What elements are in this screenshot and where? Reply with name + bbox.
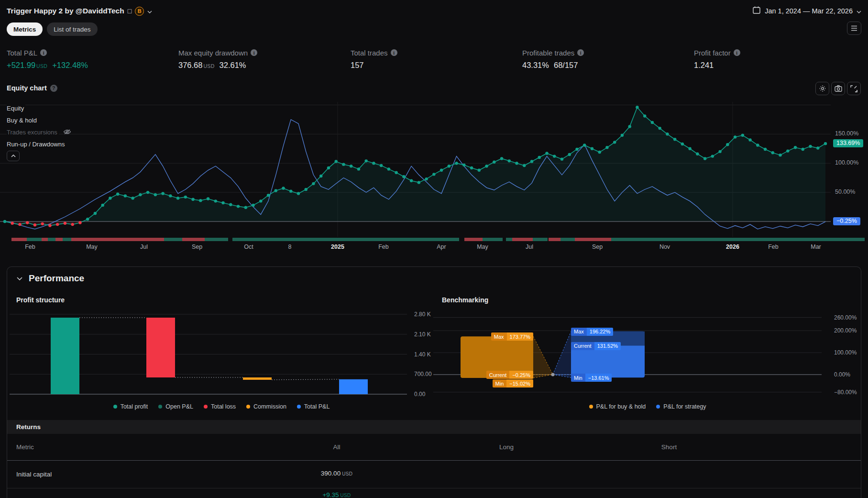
chip-label: Min — [571, 374, 585, 382]
strip-segment-drawdown — [71, 238, 164, 241]
returns-section-title: Returns — [16, 423, 41, 431]
stat-extra-text: 32.61% — [220, 61, 246, 70]
strip-segment-runup — [506, 238, 512, 241]
strategy-chevron-down-icon[interactable] — [147, 7, 152, 15]
profit-y-tick: 1.40 K — [414, 351, 431, 358]
legend-open-p-l[interactable]: Open P&L — [158, 403, 193, 410]
legend-label: Total loss — [211, 403, 236, 410]
strip-segment-runup — [232, 238, 459, 241]
metric-value-all: +9.35USD — [246, 491, 428, 498]
eye-off-icon[interactable] — [63, 128, 71, 137]
strategy-title: Trigger Happy 2 by @DaviddTech — [7, 7, 124, 15]
help-icon[interactable]: ? — [50, 85, 57, 92]
stat-label: Max equity drawdowni — [178, 48, 257, 57]
view-tabs: Metrics List of trades — [7, 22, 98, 36]
profit-structure-chart[interactable]: 2.80 K2.10 K1.40 K700.000.00Total profit… — [10, 309, 433, 417]
camera-icon — [835, 85, 842, 92]
stat-value: +521.99USD+132.48% — [7, 61, 88, 70]
metric-name: Initial capital — [16, 471, 52, 478]
value-currency: USD — [341, 493, 351, 498]
x-axis-label: Nov — [659, 243, 670, 250]
x-axis-label: Apr — [437, 243, 446, 250]
x-axis-label: Jul — [526, 243, 533, 250]
legend-total-p-l[interactable]: Total P&L — [297, 403, 330, 410]
tab-list-of-trades[interactable]: List of trades — [47, 22, 97, 36]
equity-y-tick: 50.00% — [835, 188, 855, 195]
bench-y-tick: 0.00% — [834, 371, 850, 378]
bar-commission[interactable] — [243, 377, 272, 380]
legend-label: P&L for buy & hold — [596, 403, 646, 410]
bar-total-p-l[interactable] — [339, 379, 368, 394]
chip-value: 131.52% — [594, 342, 621, 350]
chevron-up-icon — [11, 155, 16, 157]
chart-snapshot-button[interactable] — [831, 82, 845, 95]
legend-item-buy-hold[interactable]: Buy & hold — [7, 114, 71, 126]
chart-fullscreen-button[interactable] — [847, 82, 861, 95]
legend-item-equity[interactable]: Equity — [7, 102, 71, 114]
benchmarking-legend: P&L for buy & holdP&L for strategy — [433, 403, 861, 410]
date-range-picker[interactable]: Jan 1, 2024 — Mar 22, 2026 — [752, 6, 861, 16]
profit-structure-legend: Total profitOpen P&LTotal lossCommission… — [10, 403, 433, 410]
strip-segment-drawdown — [55, 238, 63, 241]
info-icon[interactable]: i — [251, 49, 257, 56]
benchmarking-chart[interactable]: 260.00%200.00%100.00%0.00%−80.00%Max173.… — [433, 309, 861, 417]
strip-segment-drawdown — [549, 238, 560, 241]
legend-item-trades-excursions[interactable]: Trades excursions — [7, 126, 71, 138]
x-axis-label: Sep — [192, 243, 202, 250]
bar-total-profit[interactable] — [51, 318, 79, 394]
strip-segment-runup — [48, 238, 55, 241]
equity-y-tick: 100.00% — [835, 159, 858, 166]
date-range-text: Jan 1, 2024 — Mar 22, 2026 — [765, 7, 853, 15]
report-layout-button[interactable] — [847, 22, 861, 35]
info-icon[interactable]: i — [391, 49, 397, 56]
legend-label: Total profit — [121, 403, 148, 410]
info-icon[interactable]: i — [40, 49, 47, 56]
performance-title: Performance — [29, 273, 84, 284]
stat-total-trades: Total tradesi157 — [351, 48, 397, 70]
legend-item-run-up-drawdowns[interactable]: Run-up / Drawdowns — [7, 138, 71, 150]
legend-label: Commission — [253, 403, 286, 410]
legend-dot-icon — [589, 405, 593, 409]
legend-label: Total P&L — [304, 403, 330, 410]
legend-p-l-for-strategy[interactable]: P&L for strategy — [656, 403, 706, 410]
profit-structure-title: Profit structure — [16, 296, 65, 304]
chip-label: Max — [491, 332, 507, 341]
calendar-icon — [752, 6, 761, 16]
stat-value-text: 157 — [351, 61, 364, 70]
runup-drawdown-strip — [0, 238, 868, 241]
legend-total-profit[interactable]: Total profit — [113, 403, 148, 410]
legend-p-l-for-buy-hold[interactable]: P&L for buy & hold — [589, 403, 646, 410]
returns-row-open-p-l: Open P&L+9.35USD — [7, 488, 861, 498]
legend-total-loss[interactable]: Total loss — [204, 403, 236, 410]
legend-label: P&L for strategy — [663, 403, 706, 410]
stat-extra-text: 68/157 — [554, 61, 578, 70]
legend-collapse-button[interactable] — [7, 151, 20, 161]
chart-settings-button[interactable] — [815, 82, 829, 95]
info-icon[interactable]: i — [577, 49, 584, 56]
equity-current-badge: 133.69% — [833, 139, 863, 147]
strip-segment-drawdown — [42, 238, 48, 241]
equity-chart-plot[interactable] — [0, 98, 832, 242]
performance-section-header[interactable]: Performance — [17, 273, 84, 284]
chip-label: Min — [493, 379, 507, 387]
stat-value-text: 43.31% — [522, 61, 549, 70]
strip-segment-drawdown — [464, 238, 483, 241]
x-axis-label: May — [477, 243, 488, 250]
profit-y-tick: 2.10 K — [414, 331, 431, 338]
bar-total-loss[interactable] — [146, 318, 175, 377]
info-icon[interactable]: i — [734, 49, 740, 56]
legend-commission[interactable]: Commission — [246, 403, 286, 410]
metric-value-all: 390.00USD — [246, 470, 428, 477]
tab-metrics[interactable]: Metrics — [7, 22, 43, 36]
col-all: All — [246, 443, 428, 451]
strip-segment-runup — [560, 238, 574, 241]
backtesting-page: { "header": { "title": "Trigger Happy 2 … — [0, 0, 868, 498]
list-icon — [851, 25, 857, 31]
x-axis-label: Mar — [811, 243, 821, 250]
chip-label: Current — [486, 371, 510, 379]
returns-section-band: Returns — [7, 420, 861, 434]
col-long: Long — [428, 443, 585, 451]
bench-y-tick: 260.00% — [834, 314, 857, 321]
equity-chart-legend: EquityBuy & holdTrades excursionsRun-up … — [7, 102, 71, 150]
summary-stats-row: Total P&Li+521.99USD+132.48%Max equity d… — [7, 48, 868, 75]
